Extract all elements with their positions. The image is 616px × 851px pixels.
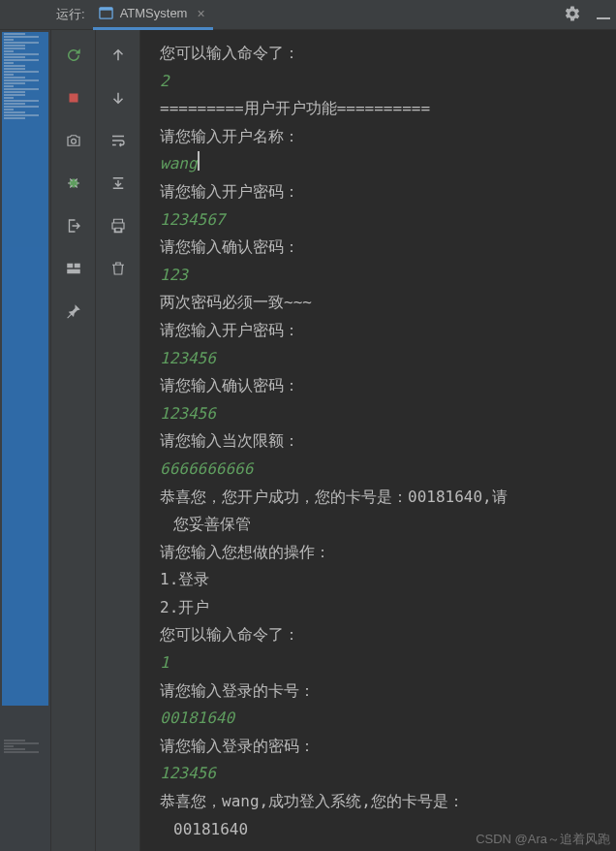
- console-input-line: 123456: [160, 345, 616, 373]
- close-icon[interactable]: ×: [197, 6, 204, 21]
- svg-rect-2: [69, 94, 77, 103]
- stop-button[interactable]: [62, 86, 85, 110]
- console-output-line: 请您输入您想做的操作：: [160, 539, 616, 567]
- run-tab[interactable]: ATMSystem ×: [93, 0, 213, 30]
- exit-icon[interactable]: [62, 214, 85, 237]
- console-output-line: 请您输入确认密码：: [160, 372, 616, 400]
- console-input-line: 6666666666: [160, 456, 616, 484]
- camera-icon[interactable]: [62, 129, 85, 152]
- console-output-line: 请您输入开户密码：: [160, 317, 616, 345]
- pin-icon[interactable]: [62, 299, 85, 323]
- watermark: CSDN @Ara～追着风跑: [476, 831, 610, 848]
- layout-icon[interactable]: [62, 257, 85, 280]
- console-output-line: 恭喜您，您开户成功，您的卡号是：00181640,请: [160, 484, 616, 512]
- console-output[interactable]: 您可以输入命令了：2=========用户开户功能==========请您输入开…: [140, 30, 616, 851]
- console-input-line: 123456: [160, 760, 616, 788]
- console-input-line: 00181640: [160, 705, 616, 733]
- console-output-line: 您可以输入命令了：: [160, 40, 616, 68]
- svg-rect-6: [74, 264, 79, 268]
- console-output-line: 请您输入开户密码：: [160, 178, 616, 206]
- console-output-line: 您妥善保管: [160, 511, 616, 539]
- console-output-line: =========用户开户功能==========: [160, 95, 616, 123]
- console-output-line: 两次密码必须一致~~~: [160, 289, 616, 317]
- svg-rect-7: [67, 269, 80, 274]
- console-input-line: 123456: [160, 400, 616, 428]
- rerun-button[interactable]: [62, 44, 85, 67]
- console-input-line: 123: [160, 262, 616, 290]
- svg-point-3: [71, 139, 76, 143]
- scroll-to-end-icon[interactable]: [107, 172, 130, 195]
- svg-rect-5: [67, 264, 73, 268]
- console-output-line: 恭喜您，wang,成功登入系统,您的卡号是：: [160, 788, 616, 816]
- debug-icon[interactable]: [62, 172, 85, 195]
- run-label: 运行:: [56, 6, 85, 23]
- console-input-line: 1234567: [160, 206, 616, 235]
- soft-wrap-icon[interactable]: [107, 129, 130, 152]
- app-icon: [99, 6, 114, 21]
- console-output-line: 请您输入登录的密码：: [160, 733, 616, 761]
- console-output-line: 请您输入确认密码：: [160, 234, 616, 262]
- console-output-line: 请您输入登录的卡号：: [160, 678, 616, 706]
- console-input-line: wang: [160, 150, 616, 178]
- console-output-line: 您可以输入命令了：: [160, 621, 616, 649]
- trash-icon[interactable]: [107, 257, 130, 280]
- run-tool-window-header: 运行: ATMSystem ×: [0, 0, 616, 30]
- console-output-line: 2.开户: [160, 594, 616, 622]
- print-icon[interactable]: [107, 214, 130, 237]
- up-arrow-icon[interactable]: [107, 44, 130, 67]
- text-cursor: [198, 151, 200, 171]
- run-toolbar-right: [96, 30, 140, 851]
- console-output-line: 请您输入当次限额：: [160, 427, 616, 456]
- console-input-line: 1: [160, 649, 616, 678]
- minimize-icon[interactable]: [597, 10, 610, 19]
- gear-icon[interactable]: [564, 5, 581, 25]
- code-minimap[interactable]: [0, 30, 51, 851]
- down-arrow-icon[interactable]: [107, 86, 130, 110]
- console-output-line: 请您输入开户名称：: [160, 123, 616, 151]
- tab-title: ATMSystem: [120, 6, 188, 20]
- svg-rect-1: [100, 8, 112, 11]
- run-toolbar-left: [51, 30, 96, 851]
- console-input-line: 2: [160, 68, 616, 96]
- console-output-line: 1.登录: [160, 566, 616, 594]
